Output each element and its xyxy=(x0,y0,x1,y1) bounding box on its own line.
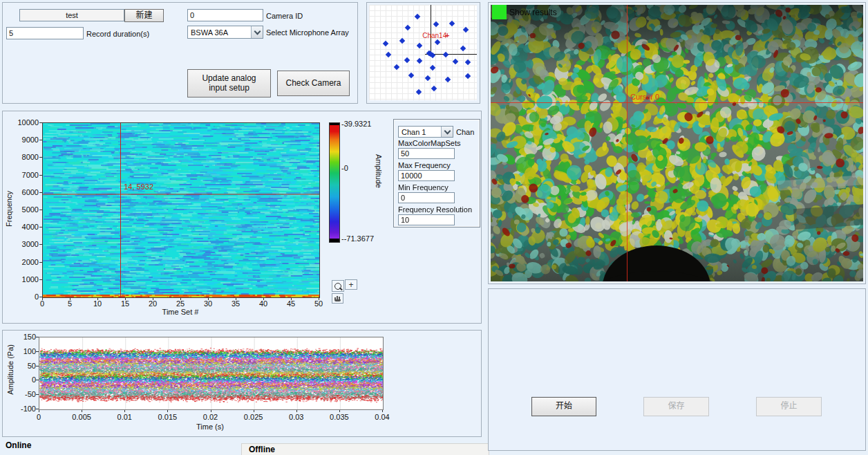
spectrogram-panel: Frequency 100009000800070006000500040003… xyxy=(2,111,482,324)
mic-point xyxy=(431,86,437,91)
zoom-tool-icon[interactable] xyxy=(332,280,344,292)
y-tick-label: 3000 xyxy=(14,240,39,248)
spectrogram-plot[interactable]: 14, 5932 xyxy=(42,122,320,298)
offline-status-label: Offline xyxy=(249,445,275,454)
chan-select-label: Chan xyxy=(456,128,474,136)
y-tick-label: 50 xyxy=(11,362,36,370)
chan-select[interactable]: Chan 1 xyxy=(398,126,453,138)
project-name-input[interactable] xyxy=(19,9,124,21)
minfreq-label: Min Frequency xyxy=(398,183,449,192)
y-tick-label: -50 xyxy=(11,390,36,398)
time-axis-label: Time (s) xyxy=(182,423,238,431)
maxcolormap-label: MaxColorMapSets xyxy=(398,139,460,147)
mic-point xyxy=(463,26,469,32)
y-tick-label: 7000 xyxy=(14,171,39,179)
x-tick-label: 0.015 xyxy=(153,413,181,421)
mic-point xyxy=(453,59,458,64)
x-tick-label: 0.035 xyxy=(326,413,353,421)
mic-point xyxy=(394,64,399,70)
mic-point xyxy=(414,14,419,19)
y-tick-label: 0 xyxy=(11,375,36,384)
mic-point xyxy=(430,65,435,71)
cursor-tool-icon[interactable]: + xyxy=(345,279,357,290)
mic-point xyxy=(433,21,439,26)
mic-point xyxy=(408,73,413,78)
waveform-plot[interactable] xyxy=(39,337,384,410)
x-tick-label: 0.04 xyxy=(368,413,396,421)
mic-axis-vline xyxy=(431,5,431,54)
update-analog-button[interactable]: Update analog input setup xyxy=(187,69,271,98)
y-tick-label: 100 xyxy=(11,347,36,355)
mic-point xyxy=(449,21,455,26)
mic-array-plot[interactable]: + Chan14 xyxy=(369,5,477,100)
x-tick-label: 0.01 xyxy=(111,413,138,421)
pan-tool-icon[interactable] xyxy=(332,293,343,304)
mic-point xyxy=(416,58,422,64)
mic-point xyxy=(404,57,409,63)
colorbar-min-label: --71.3677 xyxy=(341,234,374,243)
mic-point xyxy=(415,89,421,95)
x-tick-label: 0 xyxy=(33,299,51,308)
config-panel: 新建 Record duration(s) Camera ID BSWA 36A… xyxy=(2,2,358,104)
transport-panel: 开始 保存 停止 xyxy=(488,288,866,451)
online-status-label: Online xyxy=(6,440,31,450)
x-tick-label: 40 xyxy=(254,299,272,308)
new-button[interactable]: 新建 xyxy=(124,9,164,22)
freqres-input[interactable] xyxy=(398,214,455,225)
chevron-down-icon[interactable] xyxy=(441,127,453,137)
mic-array-select[interactable]: BSWA 36A xyxy=(187,26,263,39)
mic-point xyxy=(445,77,451,82)
freqres-label: Frequency Resolution xyxy=(398,205,472,214)
mic-point xyxy=(465,59,471,65)
y-tick-label: 1000 xyxy=(14,275,39,284)
cursor0-vline[interactable] xyxy=(627,5,628,281)
colorbar-max-label: -39.9321 xyxy=(341,120,371,128)
record-duration-input[interactable] xyxy=(6,27,84,39)
x-tick-label: 5 xyxy=(61,299,79,308)
x-tick-label: 30 xyxy=(199,299,217,308)
x-tick-label: 0.005 xyxy=(68,413,95,421)
mic-point xyxy=(417,42,422,48)
acoustic-camera-window: 新建 Record duration(s) Camera ID BSWA 36A… xyxy=(0,0,868,455)
spectrogram-xaxis-label: Time Set # xyxy=(125,308,236,316)
waveform-panel: Amplitude (Pa) 150100500-50-100 00.0050.… xyxy=(2,330,482,437)
camera-id-input[interactable] xyxy=(187,9,263,21)
camera-image-canvas[interactable] xyxy=(491,5,863,281)
x-tick-label: 15 xyxy=(116,299,134,308)
camera-view-panel: Cursor 0 Show results xyxy=(488,2,866,284)
x-tick-label: 25 xyxy=(171,299,189,308)
save-button[interactable]: 保存 xyxy=(643,397,709,416)
start-button[interactable]: 开始 xyxy=(531,397,596,416)
spectrogram-cursor-label: 14, 5932 xyxy=(124,183,153,191)
spectrogram-canvas[interactable] xyxy=(43,123,319,297)
mic-point xyxy=(430,53,435,58)
mic-cursor-label: Chan14 xyxy=(422,32,446,39)
mic-point xyxy=(383,40,388,46)
frequency-axis-label: Frequency xyxy=(5,191,13,227)
y-tick-label: 9000 xyxy=(14,136,39,144)
mic-point xyxy=(443,52,449,57)
stop-button[interactable]: 停止 xyxy=(756,397,822,416)
x-tick-label: 10 xyxy=(88,299,106,308)
mic-point xyxy=(404,24,410,30)
y-tick-label: 10000 xyxy=(14,118,39,127)
x-tick-label: 0.03 xyxy=(283,413,310,421)
x-tick-label: 0 xyxy=(25,413,53,421)
show-results-checkbox[interactable] xyxy=(492,5,507,19)
maxfreq-label: Max Frequency xyxy=(398,161,451,169)
waveform-canvas[interactable] xyxy=(39,337,383,409)
y-tick-label: 4000 xyxy=(14,223,39,231)
maxfreq-input[interactable] xyxy=(398,170,455,181)
maxcolormap-input[interactable] xyxy=(398,148,455,159)
chevron-down-icon[interactable] xyxy=(251,26,263,38)
mic-point xyxy=(460,45,466,50)
mic-point xyxy=(435,39,440,44)
mic-array-select-value: BSWA 36A xyxy=(188,28,251,37)
cursor0-hline[interactable] xyxy=(491,102,863,103)
check-camera-button[interactable]: Check Camera xyxy=(277,71,350,96)
mic-array-panel: + Chan14 xyxy=(366,2,480,104)
mic-point xyxy=(399,37,404,43)
minfreq-input[interactable] xyxy=(398,192,455,203)
x-tick-label: 0.025 xyxy=(240,413,267,421)
camera-id-label: Camera ID xyxy=(266,12,303,20)
